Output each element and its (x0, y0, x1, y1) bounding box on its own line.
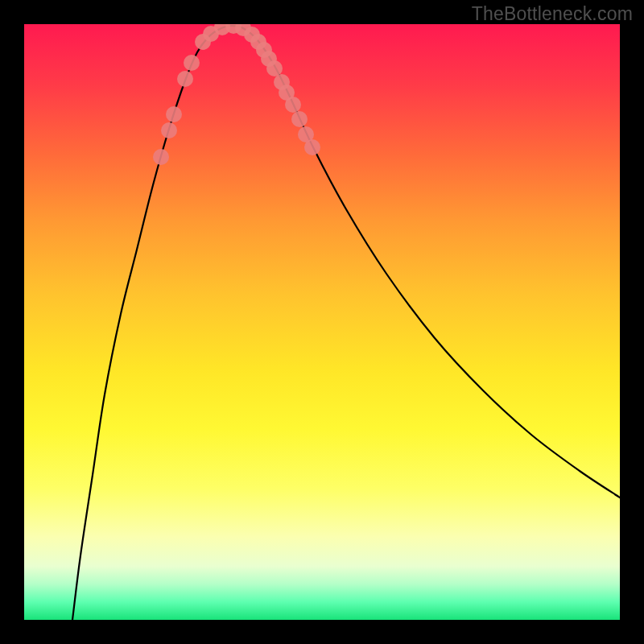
curve-marker (304, 139, 320, 155)
plot-area (24, 24, 620, 620)
curve-marker (153, 149, 169, 165)
curve-marker (177, 71, 193, 87)
curve-marker (266, 60, 283, 76)
curve-marker (166, 106, 182, 122)
watermark-text: TheBottleneck.com (472, 3, 633, 25)
curve-marker (184, 55, 200, 71)
curve-marker (285, 97, 301, 113)
bottleneck-curve (72, 26, 620, 620)
marker-group (153, 24, 320, 165)
curve-marker (291, 111, 308, 127)
curve-layer (24, 24, 620, 620)
curve-marker (161, 122, 177, 138)
chart-frame: TheBottleneck.com (0, 0, 644, 644)
